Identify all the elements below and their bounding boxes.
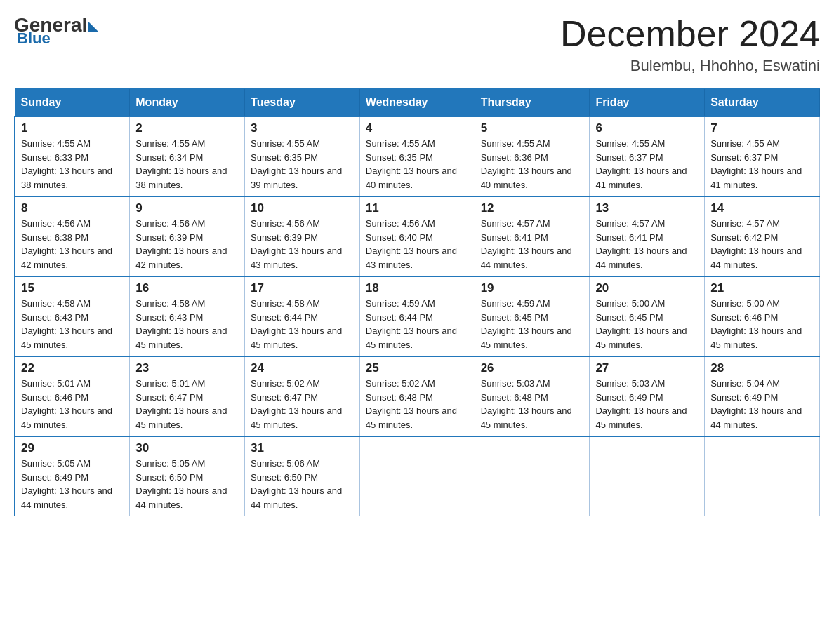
calendar-header-row: SundayMondayTuesdayWednesdayThursdayFrid… (15, 88, 820, 116)
day-number: 16 (135, 281, 239, 295)
day-number: 31 (251, 441, 354, 455)
day-number: 6 (595, 121, 699, 135)
calendar-cell: 4Sunrise: 4:55 AMSunset: 6:35 PMDaylight… (359, 116, 475, 196)
day-number: 23 (135, 361, 239, 375)
day-number: 15 (21, 281, 124, 295)
calendar-cell: 11Sunrise: 4:56 AMSunset: 6:40 PMDayligh… (359, 196, 475, 276)
calendar-cell: 18Sunrise: 4:59 AMSunset: 6:44 PMDayligh… (359, 276, 475, 356)
header-thursday: Thursday (475, 88, 590, 116)
title-area: December 2024 Bulembu, Hhohho, Eswatini (560, 14, 820, 75)
day-number: 27 (595, 361, 699, 375)
calendar-cell (475, 436, 590, 516)
day-number: 7 (710, 121, 814, 135)
header-monday: Monday (130, 88, 245, 116)
header-saturday: Saturday (705, 88, 820, 116)
logo: General Blue (14, 14, 98, 48)
day-number: 18 (366, 281, 469, 295)
header-sunday: Sunday (15, 88, 130, 116)
calendar-week-row: 15Sunrise: 4:58 AMSunset: 6:43 PMDayligh… (15, 276, 820, 356)
calendar-cell: 25Sunrise: 5:02 AMSunset: 6:48 PMDayligh… (359, 356, 475, 436)
calendar-cell: 8Sunrise: 4:56 AMSunset: 6:38 PMDaylight… (15, 196, 130, 276)
day-info: Sunrise: 4:55 AMSunset: 6:37 PMDaylight:… (710, 137, 814, 192)
calendar-cell: 24Sunrise: 5:02 AMSunset: 6:47 PMDayligh… (245, 356, 360, 436)
day-info: Sunrise: 4:57 AMSunset: 6:41 PMDaylight:… (481, 217, 584, 271)
day-info: Sunrise: 4:58 AMSunset: 6:43 PMDaylight:… (135, 297, 239, 351)
calendar-cell: 30Sunrise: 5:05 AMSunset: 6:50 PMDayligh… (130, 436, 245, 516)
day-number: 30 (135, 441, 239, 455)
location-title: Bulembu, Hhohho, Eswatini (560, 57, 820, 75)
day-info: Sunrise: 4:56 AMSunset: 6:40 PMDaylight:… (366, 217, 469, 271)
calendar-cell: 23Sunrise: 5:01 AMSunset: 6:47 PMDayligh… (130, 356, 245, 436)
day-number: 3 (251, 121, 354, 135)
calendar-cell: 20Sunrise: 5:00 AMSunset: 6:45 PMDayligh… (590, 276, 705, 356)
day-info: Sunrise: 5:02 AMSunset: 6:48 PMDaylight:… (366, 377, 469, 431)
calendar-cell (705, 436, 820, 516)
calendar-cell (590, 436, 705, 516)
calendar-cell: 22Sunrise: 5:01 AMSunset: 6:46 PMDayligh… (15, 356, 130, 436)
header-tuesday: Tuesday (245, 88, 360, 116)
day-number: 13 (595, 201, 699, 215)
day-number: 14 (710, 201, 814, 215)
day-number: 17 (251, 281, 354, 295)
calendar-week-row: 29Sunrise: 5:05 AMSunset: 6:49 PMDayligh… (15, 436, 820, 516)
calendar-cell: 15Sunrise: 4:58 AMSunset: 6:43 PMDayligh… (15, 276, 130, 356)
day-info: Sunrise: 4:58 AMSunset: 6:44 PMDaylight:… (251, 297, 354, 351)
calendar-week-row: 1Sunrise: 4:55 AMSunset: 6:33 PMDaylight… (15, 116, 820, 196)
day-info: Sunrise: 4:59 AMSunset: 6:45 PMDaylight:… (481, 297, 584, 351)
day-info: Sunrise: 4:55 AMSunset: 6:36 PMDaylight:… (481, 137, 584, 192)
day-info: Sunrise: 4:55 AMSunset: 6:34 PMDaylight:… (135, 137, 239, 192)
day-info: Sunrise: 5:06 AMSunset: 6:50 PMDaylight:… (251, 457, 354, 511)
day-number: 22 (21, 361, 124, 375)
calendar-cell: 9Sunrise: 4:56 AMSunset: 6:39 PMDaylight… (130, 196, 245, 276)
day-info: Sunrise: 5:04 AMSunset: 6:49 PMDaylight:… (710, 377, 814, 431)
calendar-cell: 3Sunrise: 4:55 AMSunset: 6:35 PMDaylight… (245, 116, 360, 196)
calendar-cell: 31Sunrise: 5:06 AMSunset: 6:50 PMDayligh… (245, 436, 360, 516)
calendar-cell: 26Sunrise: 5:03 AMSunset: 6:48 PMDayligh… (475, 356, 590, 436)
day-info: Sunrise: 4:56 AMSunset: 6:38 PMDaylight:… (21, 217, 124, 271)
day-number: 21 (710, 281, 814, 295)
calendar-cell: 2Sunrise: 4:55 AMSunset: 6:34 PMDaylight… (130, 116, 245, 196)
day-number: 2 (135, 121, 239, 135)
logo-blue-text: Blue (17, 29, 51, 48)
day-number: 10 (251, 201, 354, 215)
calendar-cell: 28Sunrise: 5:04 AMSunset: 6:49 PMDayligh… (705, 356, 820, 436)
calendar-table: SundayMondayTuesdayWednesdayThursdayFrid… (14, 88, 820, 516)
day-info: Sunrise: 5:00 AMSunset: 6:46 PMDaylight:… (710, 297, 814, 351)
calendar-cell: 13Sunrise: 4:57 AMSunset: 6:41 PMDayligh… (590, 196, 705, 276)
day-number: 19 (481, 281, 584, 295)
calendar-cell: 1Sunrise: 4:55 AMSunset: 6:33 PMDaylight… (15, 116, 130, 196)
day-info: Sunrise: 4:57 AMSunset: 6:42 PMDaylight:… (710, 217, 814, 271)
day-number: 28 (710, 361, 814, 375)
calendar-cell (359, 436, 475, 516)
calendar-cell: 29Sunrise: 5:05 AMSunset: 6:49 PMDayligh… (15, 436, 130, 516)
day-number: 26 (481, 361, 584, 375)
calendar-week-row: 8Sunrise: 4:56 AMSunset: 6:38 PMDaylight… (15, 196, 820, 276)
day-number: 8 (21, 201, 124, 215)
day-info: Sunrise: 5:05 AMSunset: 6:49 PMDaylight:… (21, 457, 124, 511)
calendar-cell: 14Sunrise: 4:57 AMSunset: 6:42 PMDayligh… (705, 196, 820, 276)
header-wednesday: Wednesday (359, 88, 475, 116)
page-header: General Blue December 2024 Bulembu, Hhoh… (14, 14, 820, 75)
day-info: Sunrise: 5:02 AMSunset: 6:47 PMDaylight:… (251, 377, 354, 431)
logo-triangle-icon (88, 22, 98, 32)
day-info: Sunrise: 4:55 AMSunset: 6:35 PMDaylight:… (251, 137, 354, 192)
day-info: Sunrise: 4:57 AMSunset: 6:41 PMDaylight:… (595, 217, 699, 271)
day-info: Sunrise: 5:00 AMSunset: 6:45 PMDaylight:… (595, 297, 699, 351)
calendar-cell: 6Sunrise: 4:55 AMSunset: 6:37 PMDaylight… (590, 116, 705, 196)
day-number: 12 (481, 201, 584, 215)
day-info: Sunrise: 5:03 AMSunset: 6:49 PMDaylight:… (595, 377, 699, 431)
day-info: Sunrise: 5:05 AMSunset: 6:50 PMDaylight:… (135, 457, 239, 511)
day-number: 20 (595, 281, 699, 295)
day-number: 24 (251, 361, 354, 375)
day-number: 9 (135, 201, 239, 215)
day-number: 29 (21, 441, 124, 455)
day-info: Sunrise: 4:56 AMSunset: 6:39 PMDaylight:… (251, 217, 354, 271)
calendar-cell: 21Sunrise: 5:00 AMSunset: 6:46 PMDayligh… (705, 276, 820, 356)
month-title: December 2024 (560, 14, 820, 54)
day-number: 25 (366, 361, 469, 375)
calendar-cell: 16Sunrise: 4:58 AMSunset: 6:43 PMDayligh… (130, 276, 245, 356)
day-number: 5 (481, 121, 584, 135)
calendar-cell: 10Sunrise: 4:56 AMSunset: 6:39 PMDayligh… (245, 196, 360, 276)
day-number: 1 (21, 121, 124, 135)
calendar-cell: 17Sunrise: 4:58 AMSunset: 6:44 PMDayligh… (245, 276, 360, 356)
